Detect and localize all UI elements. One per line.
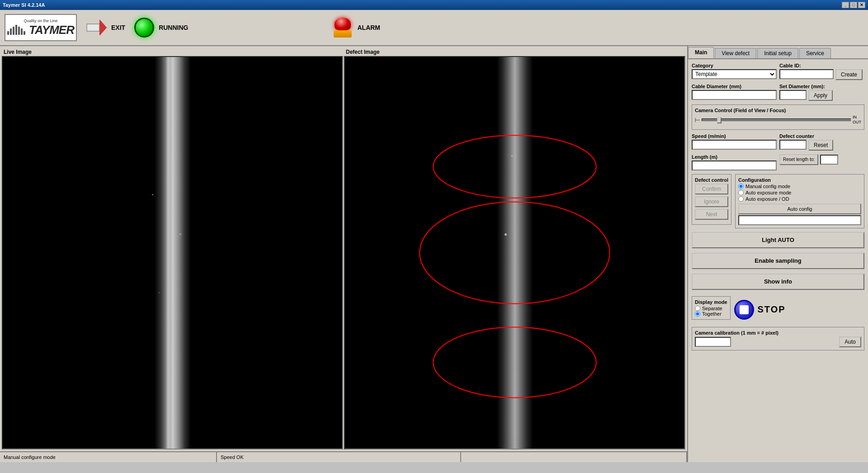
show-info-button[interactable]: Show info: [692, 274, 864, 290]
enable-sampling-button[interactable]: Enable sampling: [692, 253, 864, 269]
tab-initial-setup[interactable]: Initial setup: [757, 48, 798, 58]
display-separate-option: Separate: [695, 306, 727, 311]
cable-id-input[interactable]: 06112014_160449: [779, 69, 834, 79]
configuration-section: Configuration Manual config mode Auto ex…: [735, 174, 864, 228]
diameter-row: Cable Diameter (mm) 3.81 Set Diameter (m…: [692, 84, 864, 101]
speed-input[interactable]: 101.70: [692, 140, 777, 150]
camera-panels: Live Image Defect Image: [0, 46, 687, 451]
defect-ellipses: [345, 57, 684, 449]
slider-track[interactable]: [702, 118, 851, 121]
next-button[interactable]: Next: [695, 209, 728, 220]
camera-views: Live Image Defect Image: [0, 46, 687, 462]
svg-point-6: [420, 202, 610, 303]
display-separate-radio[interactable]: [695, 306, 700, 311]
length-input[interactable]: 707: [692, 161, 777, 170]
logo-name: TAYMER: [29, 23, 74, 37]
reset-length-button[interactable]: Reset length to:: [779, 154, 818, 165]
tab-main[interactable]: Main: [688, 47, 714, 58]
defect-image-label: Defect Image: [344, 48, 685, 56]
status-cell-1: Manual configure mode: [0, 452, 217, 462]
panel-content: Category Template Cable ID: 06112014_160…: [688, 59, 868, 462]
create-button[interactable]: Create: [835, 69, 863, 80]
stop-icon: [734, 300, 754, 320]
config-radio-manual[interactable]: [738, 184, 744, 189]
config-radio-auto-od[interactable]: [738, 196, 744, 202]
apply-button[interactable]: Apply: [808, 90, 833, 101]
control-buttons: Light AUTO Enable sampling Show info: [692, 232, 864, 293]
defect-image-panel: Defect Image: [344, 48, 685, 449]
config-manual-label: Manual config mode: [745, 184, 790, 189]
slider-left-icon: |—: [695, 118, 700, 122]
stop-section: STOP: [734, 300, 786, 320]
display-together-option: Together: [695, 311, 727, 317]
length-label: Length (m): [692, 154, 777, 160]
tab-view-defect[interactable]: View defect: [715, 48, 756, 58]
length-row: Length (m) 707 Reset length to: 0: [692, 154, 864, 170]
status-cell-3: [461, 452, 687, 462]
defect-counter-input[interactable]: 101: [779, 140, 807, 150]
display-stop-row: Display mode Separate Together STOP: [692, 296, 864, 323]
cable-diameter-label: Cable Diameter (mm): [692, 84, 777, 89]
close-button[interactable]: ✕: [858, 2, 865, 8]
titlebar-buttons[interactable]: _ □ ✕: [842, 2, 865, 8]
display-mode-label: Display mode: [695, 299, 727, 305]
auto-config-button[interactable]: Auto config: [738, 203, 861, 214]
camera-cal-input[interactable]: 27.63: [695, 337, 731, 347]
config-radio-group: Manual config mode Auto exposure mode Au…: [738, 184, 861, 202]
svg-point-5: [433, 135, 596, 198]
reset-button[interactable]: Reset: [808, 140, 833, 151]
stop-inner-icon: [740, 305, 749, 314]
defect-counter-label: Defect counter: [779, 133, 864, 139]
toolbar: Quality on the Line TAYMER: [0, 10, 868, 46]
config-radio-auto-exp[interactable]: [738, 190, 744, 195]
reset-length-value[interactable]: 0: [820, 155, 838, 165]
category-select[interactable]: Template: [692, 69, 777, 79]
cable-id-label: Cable ID:: [779, 63, 864, 68]
defect-control-label: Defect control: [695, 177, 728, 183]
live-cable-highlight: [165, 57, 171, 449]
config-option-auto-od: Auto exposure / OD: [738, 196, 861, 202]
defect-image-view: [344, 56, 685, 449]
display-mode-section: Display mode Separate Together: [692, 296, 731, 320]
defect-control-section: Defect control Confirm Ignore Next: [692, 174, 731, 225]
tab-service[interactable]: Service: [799, 48, 831, 58]
set-diameter-input[interactable]: 3.8: [779, 90, 807, 100]
right-panel: Main View defect Initial setup Service C…: [687, 46, 868, 462]
camera-control-label: Camera Control (Field of View / Focus): [695, 108, 861, 113]
stop-label[interactable]: STOP: [758, 304, 786, 315]
category-label: Category: [692, 63, 777, 68]
exit-label: EXIT: [111, 24, 125, 31]
exit-button[interactable]: EXIT: [86, 19, 125, 37]
config-auto-od-label: Auto exposure / OD: [745, 196, 789, 202]
live-image-panel: Live Image: [2, 48, 343, 449]
camera-slider[interactable]: |— IN OUT: [695, 115, 861, 125]
config-option-auto-exp: Auto exposure mode: [738, 190, 861, 195]
logo: Quality on the Line TAYMER: [5, 14, 77, 41]
alarm-label: ALARM: [357, 24, 380, 31]
camera-calibration-section: Camera calibration (1 mm = # pixel) 27.6…: [692, 327, 864, 350]
config-auto-exp-label: Auto exposure mode: [745, 190, 792, 195]
light-auto-button[interactable]: Light AUTO: [692, 232, 864, 248]
auto-cal-button[interactable]: Auto: [839, 336, 861, 347]
minimize-button[interactable]: _: [842, 2, 849, 8]
live-image-view: [2, 56, 343, 449]
svg-rect-4: [88, 25, 99, 30]
exit-icon: [86, 19, 108, 37]
display-separate-label: Separate: [702, 306, 722, 311]
display-together-label: Together: [702, 311, 722, 317]
maximize-button[interactable]: □: [850, 2, 857, 8]
camera-control-section: Camera Control (Field of View / Focus) |…: [692, 104, 864, 130]
camera-cal-label: Camera calibration (1 mm = # pixel): [695, 330, 861, 336]
ignore-button[interactable]: Ignore: [695, 196, 728, 207]
slider-thumb[interactable]: [717, 117, 722, 123]
running-indicator: [134, 18, 154, 38]
cable-diameter-input[interactable]: 3.81: [692, 90, 777, 100]
confirm-button[interactable]: Confirm: [695, 184, 728, 194]
running-section: RUNNING: [134, 18, 188, 38]
speed-label: Speed (m/min): [692, 133, 777, 139]
live-image-label: Live Image: [2, 48, 343, 56]
auto-config-value[interactable]: 50.0;50.0;50.0;50.0: [738, 215, 861, 225]
logo-tagline: Quality on the Line: [24, 19, 57, 23]
speed-defect-row: Speed (m/min) 101.70 Defect counter 101 …: [692, 133, 864, 151]
display-together-radio[interactable]: [695, 311, 700, 317]
